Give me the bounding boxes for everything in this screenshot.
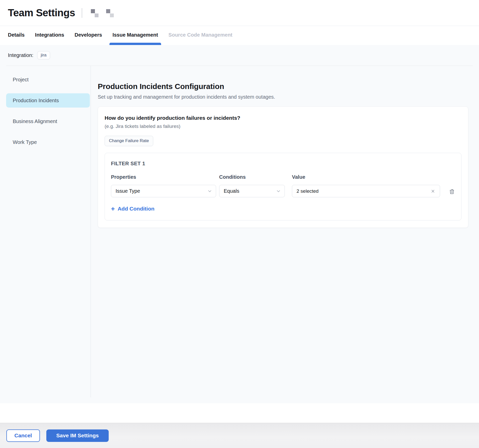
trash-icon — [449, 188, 455, 195]
add-condition-label: Add Condition — [118, 206, 154, 212]
plus-icon: + — [111, 205, 115, 212]
section-title: Production Incidents Configuration — [98, 82, 468, 91]
value-column-header: Value — [292, 174, 440, 180]
filter-condition-row: Properties Issue Type Conditions — [111, 174, 455, 197]
filter-set-title: FILTER SET 1 — [111, 161, 455, 167]
tab-issue-management[interactable]: Issue Management — [112, 32, 158, 45]
sidebar-item-business-alignment[interactable]: Business Alignment — [6, 114, 90, 128]
content-region: Project Production Incidents Business Al… — [0, 66, 479, 403]
question-title: How do you identify production failures … — [105, 115, 461, 121]
tab-integrations[interactable]: Integrations — [35, 32, 64, 45]
integration-label: Integration: — [8, 52, 33, 58]
integration-row: Integration: jira — [0, 45, 479, 66]
value-multiselect[interactable]: 2 selected — [292, 185, 440, 197]
pixel-square-dark — [106, 9, 110, 13]
delete-filter-button[interactable] — [449, 188, 455, 195]
question-hint: (e.g. Jira tickets labeled as failures) — [105, 124, 461, 129]
chevron-down-icon — [207, 189, 212, 194]
tab-developers[interactable]: Developers — [75, 32, 102, 45]
sidebar-item-project[interactable]: Project — [6, 72, 90, 87]
main-panel: Production Incidents Configuration Set u… — [91, 66, 476, 403]
footer-action-bar: Cancel Save IM Settings — [0, 423, 479, 448]
sidebar-item-production-incidents[interactable]: Production Incidents — [6, 93, 90, 108]
tab-bar: Details Integrations Developers Issue Ma… — [0, 26, 479, 45]
condition-select[interactable]: Equals — [219, 185, 285, 197]
property-select-value: Issue Type — [116, 188, 140, 194]
tab-details[interactable]: Details — [8, 32, 25, 45]
change-failure-rate-button[interactable]: Change Failure Rate — [105, 136, 153, 146]
page-title: Team Settings — [8, 7, 75, 19]
incidents-config-card: How do you identify production failures … — [98, 107, 468, 228]
pixel-square-light — [110, 13, 114, 17]
pixel-square-dark — [91, 9, 95, 13]
property-select[interactable]: Issue Type — [111, 185, 216, 197]
page-header: Team Settings — [0, 0, 479, 26]
clear-selection-icon[interactable] — [431, 189, 435, 193]
condition-select-value: Equals — [224, 188, 239, 194]
integration-badge[interactable]: jira — [37, 51, 50, 59]
add-condition-button[interactable]: + Add Condition — [111, 205, 154, 212]
conditions-column-header: Conditions — [219, 174, 285, 180]
section-subtitle: Set up tracking and management for produ… — [98, 94, 468, 100]
cancel-button[interactable]: Cancel — [6, 429, 40, 442]
header-divider — [82, 8, 82, 18]
footer-spacer — [0, 403, 479, 423]
pixel-squares-icon — [106, 8, 114, 18]
content-columns: Project Production Incidents Business Al… — [6, 66, 473, 403]
sidebar-item-work-type[interactable]: Work Type — [6, 135, 90, 149]
properties-column-header: Properties — [111, 174, 216, 180]
save-im-settings-button[interactable]: Save IM Settings — [46, 429, 109, 442]
filter-set-box: FILTER SET 1 Properties Issue Type — [105, 153, 461, 220]
tab-source-code-management[interactable]: Source Code Management — [168, 32, 232, 45]
pixel-squares-icon — [91, 8, 99, 18]
pixel-square-light — [95, 13, 98, 17]
settings-sidebar: Project Production Incidents Business Al… — [6, 66, 91, 397]
chevron-down-icon — [276, 189, 281, 194]
value-selected-count: 2 selected — [297, 188, 319, 194]
